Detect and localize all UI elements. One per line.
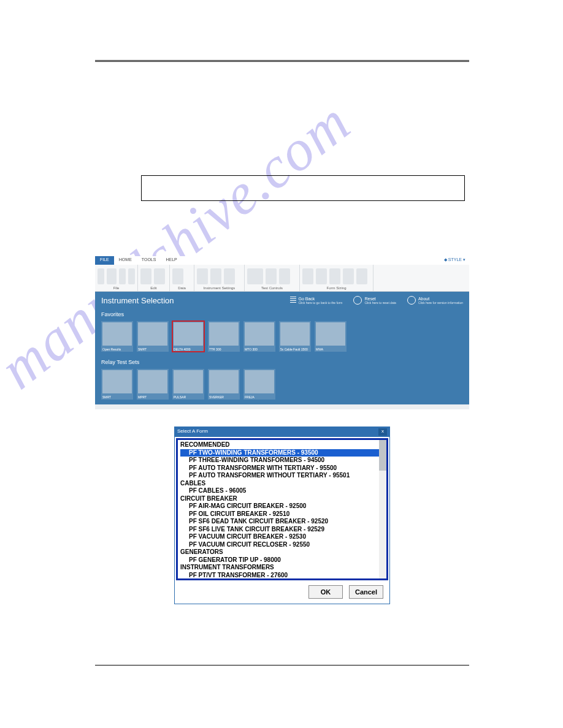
select-instrument-icon[interactable] bbox=[197, 268, 208, 284]
scrollbar-track[interactable] bbox=[379, 440, 386, 578]
instrument-image bbox=[280, 322, 310, 346]
tab-home[interactable]: HOME bbox=[114, 256, 137, 265]
list-item[interactable]: PF PT/VT TRANSFORMER - 27600 bbox=[180, 572, 384, 580]
goback-icon bbox=[290, 297, 296, 304]
tile-ttr-300[interactable]: TTR 300 bbox=[208, 321, 240, 352]
list-item[interactable]: PF CURRENT TRANSFORMER - 27610 bbox=[180, 579, 384, 580]
empty-callout-box bbox=[141, 175, 465, 201]
relay-row: SMRT MPRT PULSAR SVERKER FREJA bbox=[95, 366, 469, 404]
banner-item-title: About bbox=[418, 297, 463, 301]
new-icon[interactable] bbox=[98, 268, 104, 284]
list-item[interactable]: PF AUTO TRANSFORMER WITH TERTIARY - 9550… bbox=[180, 464, 384, 472]
banner-item-sub: Click here for version information bbox=[418, 301, 463, 305]
import-icon[interactable] bbox=[172, 268, 183, 284]
list-item[interactable]: PF GENERATOR TIP UP - 98000 bbox=[180, 556, 384, 564]
cancel-button[interactable]: Cancel bbox=[349, 585, 383, 599]
open-icon[interactable] bbox=[107, 268, 117, 284]
ok-button[interactable]: OK bbox=[308, 585, 343, 599]
save-icon[interactable] bbox=[119, 268, 126, 284]
page-content: FILE HOME TOOLS HELP ◆ STYLE ▾ File bbox=[95, 60, 469, 604]
copy-icon[interactable] bbox=[140, 268, 151, 284]
paste-icon[interactable] bbox=[154, 268, 165, 284]
select-form-dialog-wrap: Select A Form x RECOMMENDEDPF TWO-WINDIN… bbox=[174, 427, 390, 604]
tile-label: SVERKER bbox=[208, 395, 240, 400]
list-item[interactable]: PF SF6 DEAD TANK CIRCUIT BREAKER - 92520 bbox=[180, 518, 384, 526]
list-item[interactable]: PF THREE-WINDING TRANSFORMERS - 94500 bbox=[180, 457, 384, 464]
scrollbar-thumb[interactable] bbox=[379, 440, 386, 471]
instrument-image bbox=[316, 322, 345, 346]
tile-freja[interactable]: FREJA bbox=[243, 369, 275, 400]
banner-item-sub: Click here to reset data bbox=[364, 301, 396, 305]
list-item[interactable]: PF TWO-WINDING TRANSFORMERS - 93500 bbox=[180, 449, 384, 457]
discover-connect-icon[interactable] bbox=[266, 268, 277, 284]
tile-cable-fault[interactable]: 5x Cable Fault 1500 bbox=[279, 321, 311, 352]
tab-help[interactable]: HELP bbox=[161, 256, 182, 265]
tile-smrt-relay[interactable]: SMRT bbox=[101, 369, 133, 400]
ribbon-group-label: Edit bbox=[140, 286, 167, 290]
ribbon-group-test-controls: Test Controls bbox=[245, 265, 300, 291]
instrument-image bbox=[102, 322, 132, 346]
reset-icon bbox=[353, 296, 362, 305]
print-icon[interactable] bbox=[128, 268, 135, 284]
dialog-title: Select A Form bbox=[177, 428, 208, 436]
zoom-out-icon[interactable] bbox=[316, 268, 327, 284]
tab-tools[interactable]: TOOLS bbox=[137, 256, 161, 265]
tab-file[interactable]: FILE bbox=[95, 256, 114, 265]
instrument-image bbox=[138, 322, 167, 346]
list-item[interactable]: PF CABLES - 96005 bbox=[180, 487, 384, 495]
list-group-header: INSTRUMENT TRANSFORMERS bbox=[180, 564, 384, 572]
list-item[interactable]: PF AUTO TRANSFORMER WITHOUT TERTIARY - 9… bbox=[180, 472, 384, 480]
style-dropdown[interactable]: ◆ STYLE ▾ bbox=[440, 256, 469, 265]
setup-icon[interactable] bbox=[210, 268, 221, 284]
tile-label: DELTA 4000 bbox=[172, 347, 204, 352]
tile-sverker[interactable]: SVERKER bbox=[208, 369, 240, 400]
list-group-header: CABLES bbox=[180, 480, 384, 488]
list-group-header: CIRCUIT BREAKER bbox=[180, 495, 384, 503]
banner-goback[interactable]: Go Back Click here to go back to the for… bbox=[290, 297, 343, 305]
ribbon-group-label: Instrument Settings bbox=[197, 286, 242, 290]
tile-mwa[interactable]: MWA bbox=[315, 321, 347, 352]
banner-item-title: Go Back bbox=[299, 297, 343, 301]
instrument-image bbox=[245, 322, 274, 346]
list-item[interactable]: PF OIL CIRCUIT BREAKER - 92510 bbox=[180, 510, 384, 518]
instrument-selection-banner: Instrument Selection Go Back Click here … bbox=[95, 292, 469, 309]
form-listbox[interactable]: RECOMMENDEDPF TWO-WINDING TRANSFORMERS -… bbox=[176, 438, 388, 580]
instrument-image bbox=[138, 370, 167, 393]
tile-mprt[interactable]: MPRT bbox=[137, 369, 169, 400]
list-item[interactable]: PF SF6 LIVE TANK CIRCUIT BREAKER - 92529 bbox=[180, 526, 384, 534]
tile-smrt[interactable]: SMRT bbox=[137, 321, 169, 352]
favorites-row: Open Results SMRT DELTA 4000 TTR 300 MTO… bbox=[95, 319, 469, 357]
ribbon-group-label: Data bbox=[172, 286, 191, 290]
tile-label: 5x Cable Fault 1500 bbox=[279, 347, 311, 352]
fit-width-icon[interactable] bbox=[343, 268, 354, 284]
relay-heading: Relay Test Sets bbox=[95, 357, 469, 366]
banner-about[interactable]: About Click here for version information bbox=[407, 296, 463, 305]
initialize-icon[interactable] bbox=[224, 268, 235, 284]
tile-open-results[interactable]: Open Results bbox=[101, 321, 133, 352]
tile-pulsar[interactable]: PULSAR bbox=[172, 369, 204, 400]
instrument-image bbox=[174, 322, 203, 346]
list-item[interactable]: PF VACUUM CIRCUIT BREAKER - 92530 bbox=[180, 533, 384, 541]
tile-delta-4000[interactable]: DELTA 4000 bbox=[172, 321, 204, 352]
list-item[interactable]: PF AIR-MAG CIRCUIT BREAKER - 92500 bbox=[180, 502, 384, 510]
simulation-mode-icon[interactable] bbox=[247, 268, 263, 284]
list-group-header: RECOMMENDED bbox=[180, 441, 384, 449]
dialog-button-row: OK Cancel bbox=[175, 582, 389, 604]
banner-reset[interactable]: Reset Click here to reset data bbox=[353, 296, 396, 305]
fit-height-icon[interactable] bbox=[356, 268, 367, 284]
tile-label: MTO 300 bbox=[243, 347, 275, 352]
list-item[interactable]: PF VACUUM CIRCUIT RECLOSER - 92550 bbox=[180, 541, 384, 549]
zoom-in-icon[interactable] bbox=[302, 268, 313, 284]
favorites-heading: Favorites bbox=[95, 309, 469, 319]
banner-item-title: Reset bbox=[364, 297, 396, 301]
zoom-100-icon[interactable] bbox=[329, 268, 340, 284]
ribbon-group-label: Form Sizing bbox=[302, 286, 370, 290]
close-button[interactable]: x bbox=[378, 428, 387, 436]
abort-icon[interactable] bbox=[279, 268, 290, 284]
banner-title: Instrument Selection bbox=[101, 296, 174, 305]
tile-mto-300[interactable]: MTO 300 bbox=[243, 321, 275, 352]
tile-label: PULSAR bbox=[172, 395, 204, 400]
ribbon-group-file: File bbox=[95, 265, 138, 291]
header-rule bbox=[95, 60, 469, 62]
list-group-header: GENERATORS bbox=[180, 548, 384, 556]
